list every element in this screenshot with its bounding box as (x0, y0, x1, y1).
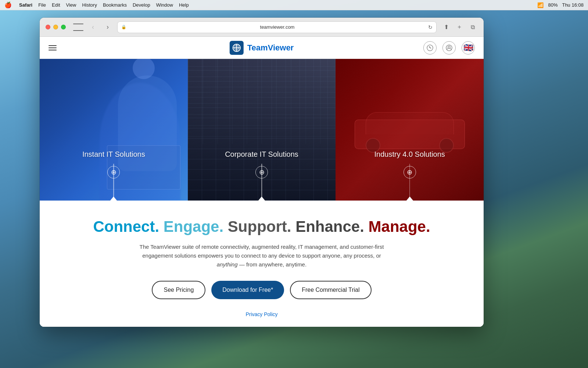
card-line-corporate (261, 164, 262, 201)
download-button[interactable]: Download for Free* (211, 281, 284, 299)
menubar-window[interactable]: Window (156, 2, 173, 8)
maximize-button[interactable] (61, 25, 66, 29)
tagline-engage: Engage. (164, 218, 223, 235)
site-navigation: TeamViewer (40, 37, 484, 59)
menubar-bookmarks[interactable]: Bookmarks (103, 2, 127, 8)
nav-right: 🇬🇧 (423, 41, 475, 54)
site-logo[interactable]: TeamViewer (230, 41, 294, 55)
menubar-help[interactable]: Help (179, 2, 189, 8)
tagline-section: Connect. Engage. Support. Enhance. Manag… (40, 201, 484, 327)
url-text: teamviewer.com (129, 24, 426, 30)
card-triangle-corporate (258, 197, 265, 201)
card-content-instant: Instant IT Solutions ⊕ (40, 59, 188, 201)
browser-chrome: ‹ › 🔒 teamviewer.com ↻ ⬆ ＋ ⧉ (40, 18, 484, 37)
menubar-right: 📶 80% Thu 16:08 (537, 2, 584, 8)
desktop: 🍎 Safari File Edit View History Bookmark… (0, 0, 588, 368)
menubar: 🍎 Safari File Edit View History Bookmark… (0, 0, 588, 10)
card-line-instant (114, 164, 114, 201)
card-triangle-industry (406, 197, 413, 201)
sidebar-toggle-button[interactable] (73, 24, 83, 31)
apple-menu[interactable]: 🍎 (4, 1, 12, 8)
card-content-industry: Industry 4.0 Solutions ⊕ (336, 59, 484, 201)
minimize-button[interactable] (53, 25, 58, 29)
solution-cards: Instant IT Solutions ⊕ Corporate IT Solu… (40, 59, 484, 201)
card-content-corporate: Corporate IT Solutions ⊕ (188, 59, 336, 201)
cta-buttons: See Pricing Download for Free* Free Comm… (69, 281, 454, 299)
card-title-corporate: Corporate IT Solutions (225, 150, 298, 159)
menubar-history[interactable]: History (82, 2, 97, 8)
logo-text: TeamViewer (247, 43, 294, 53)
browser-actions: ⬆ ＋ ⧉ (441, 22, 478, 32)
industry-solutions-card[interactable]: Industry 4.0 Solutions ⊕ (336, 59, 484, 201)
menubar-develop[interactable]: Develop (133, 2, 150, 8)
svg-point-3 (448, 46, 450, 48)
phone-icon[interactable] (423, 41, 437, 54)
tagline-manage: Manage. (369, 218, 430, 235)
forward-button[interactable]: › (103, 22, 113, 32)
window-controls (46, 25, 66, 29)
hamburger-menu[interactable] (49, 45, 57, 50)
card-line-industry (409, 164, 410, 201)
card-title-instant: Instant IT Solutions (82, 150, 145, 159)
menubar-battery: 80% (548, 2, 557, 8)
tabs-button[interactable]: ⧉ (467, 22, 478, 32)
card-title-industry: Industry 4.0 Solutions (374, 150, 445, 159)
user-icon[interactable] (442, 41, 456, 54)
lock-icon: 🔒 (121, 25, 126, 29)
tagline-headline: Connect. Engage. Support. Enhance. Manag… (69, 218, 454, 235)
see-pricing-button[interactable]: See Pricing (152, 281, 205, 299)
refresh-button[interactable]: ↻ (428, 24, 433, 30)
address-bar[interactable]: 🔒 teamviewer.com ↻ (117, 21, 437, 33)
privacy-policy-link[interactable]: Privacy Policy (245, 311, 277, 317)
tagline-enhance: Enhance. (295, 218, 364, 235)
menubar-left: 🍎 Safari File Edit View History Bookmark… (4, 1, 189, 8)
close-button[interactable] (46, 25, 50, 29)
card-triangle-instant (110, 197, 117, 201)
corporate-it-solutions-card[interactable]: Corporate IT Solutions ⊕ (188, 59, 336, 201)
share-button[interactable]: ⬆ (441, 22, 451, 32)
back-button: ‹ (88, 22, 98, 32)
instant-it-solutions-card[interactable]: Instant IT Solutions ⊕ (40, 59, 188, 201)
language-flag-icon[interactable]: 🇬🇧 (462, 41, 475, 54)
new-tab-button[interactable]: ＋ (454, 22, 465, 32)
tagline-support: Support. (228, 218, 291, 235)
website-content: TeamViewer (40, 37, 484, 327)
logo-icon (230, 41, 244, 55)
wifi-icon: 📶 (537, 2, 544, 8)
tagline-connect: Connect. (93, 218, 159, 235)
menubar-time: Thu 16:08 (562, 2, 584, 8)
menubar-view[interactable]: View (66, 2, 76, 8)
tagline-description: The TeamViewer suite of remote connectiv… (133, 243, 390, 269)
menubar-edit[interactable]: Edit (52, 2, 60, 8)
menubar-file[interactable]: File (38, 2, 46, 8)
menubar-safari[interactable]: Safari (19, 2, 32, 8)
free-commercial-trial-button[interactable]: Free Commercial Trial (290, 281, 371, 299)
browser-window: ‹ › 🔒 teamviewer.com ↻ ⬆ ＋ ⧉ (40, 18, 484, 327)
